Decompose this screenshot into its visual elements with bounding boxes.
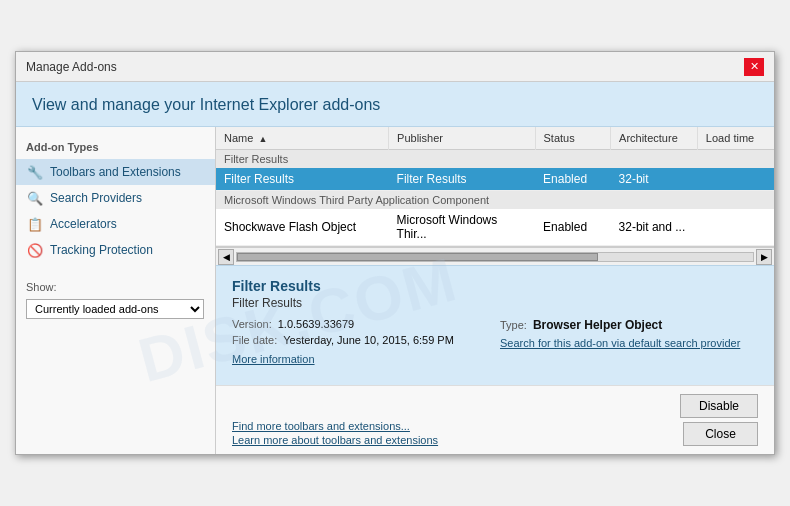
detail-panel: Filter Results Filter Results Version: 1… bbox=[216, 265, 774, 385]
content-area: Name ▲ Publisher Status Ar bbox=[216, 127, 774, 454]
manage-addons-dialog: Manage Add-ons ✕ View and manage your In… bbox=[15, 51, 775, 455]
row-status: Enabled bbox=[535, 209, 611, 246]
file-date-value: Yesterday, June 10, 2015, 6:59 PM bbox=[283, 334, 454, 346]
table-row[interactable]: Shockwave Flash Object Microsoft Windows… bbox=[216, 209, 774, 246]
row-loadtime bbox=[697, 168, 774, 191]
more-info-link[interactable]: More information bbox=[232, 353, 315, 365]
version-value: 1.0.5639.33679 bbox=[278, 318, 354, 330]
detail-grid: Version: 1.0.5639.33679 File date: Yeste… bbox=[232, 318, 758, 366]
disable-button[interactable]: Disable bbox=[680, 394, 758, 418]
sidebar-item-accelerators[interactable]: 📋 Accelerators bbox=[16, 211, 215, 237]
close-window-button[interactable]: ✕ bbox=[744, 58, 764, 76]
sidebar-item-accelerators-label: Accelerators bbox=[50, 217, 117, 231]
group-header-filter: Filter Results bbox=[216, 150, 774, 169]
find-toolbars-link[interactable]: Find more toolbars and extensions... bbox=[232, 420, 438, 432]
col-header-loadtime[interactable]: Load time bbox=[697, 127, 774, 150]
group-header-filter-label: Filter Results bbox=[216, 150, 774, 169]
close-button[interactable]: Close bbox=[683, 422, 758, 446]
file-date-label: File date: bbox=[232, 334, 277, 346]
row-architecture: 32-bit and ... bbox=[611, 209, 698, 246]
show-label: Show: bbox=[16, 273, 215, 296]
dialog-title: Manage Add-ons bbox=[26, 60, 117, 74]
sidebar-item-toolbars-label: Toolbars and Extensions bbox=[50, 165, 181, 179]
banner-text: View and manage your Internet Explorer a… bbox=[32, 96, 380, 113]
tracking-icon: 🚫 bbox=[26, 241, 44, 259]
sidebar-section-label: Add-on Types bbox=[16, 137, 215, 159]
row-loadtime bbox=[697, 209, 774, 246]
col-header-status[interactable]: Status bbox=[535, 127, 611, 150]
table-header-row: Name ▲ Publisher Status Ar bbox=[216, 127, 774, 150]
scrollbar-track[interactable] bbox=[236, 252, 754, 262]
sidebar-item-tracking[interactable]: 🚫 Tracking Protection bbox=[16, 237, 215, 263]
table-row[interactable]: Filter Results Filter Results Enabled 32… bbox=[216, 168, 774, 191]
group-header-ms: Microsoft Windows Third Party Applicatio… bbox=[216, 191, 774, 210]
header-banner: View and manage your Internet Explorer a… bbox=[16, 82, 774, 127]
scroll-right-button[interactable]: ▶ bbox=[756, 249, 772, 265]
row-name: Filter Results bbox=[216, 168, 389, 191]
sidebar-item-tracking-label: Tracking Protection bbox=[50, 243, 153, 257]
group-header-ms-label: Microsoft Windows Third Party Applicatio… bbox=[216, 191, 774, 210]
horizontal-scrollbar[interactable]: ◀ ▶ bbox=[216, 247, 774, 265]
footer-link-group: Find more toolbars and extensions... Lea… bbox=[232, 420, 438, 446]
detail-version-row: Version: 1.0.5639.33679 File date: Yeste… bbox=[232, 318, 490, 366]
detail-subtitle: Filter Results bbox=[232, 296, 758, 310]
show-select[interactable]: Currently loaded add-ons All add-ons Run… bbox=[26, 299, 204, 319]
col-header-architecture[interactable]: Architecture bbox=[611, 127, 698, 150]
row-publisher: Filter Results bbox=[389, 168, 535, 191]
addon-table: Name ▲ Publisher Status Ar bbox=[216, 127, 774, 246]
main-area: Add-on Types 🔧 Toolbars and Extensions 🔍… bbox=[16, 127, 774, 454]
footer: Find more toolbars and extensions... Lea… bbox=[216, 385, 774, 454]
search-providers-icon: 🔍 bbox=[26, 189, 44, 207]
learn-more-link[interactable]: Learn more about toolbars and extensions bbox=[232, 434, 438, 446]
detail-type-col: Type: Browser Helper Object Search for t… bbox=[500, 318, 758, 366]
accelerators-icon: 📋 bbox=[26, 215, 44, 233]
row-architecture: 32-bit bbox=[611, 168, 698, 191]
col-header-publisher[interactable]: Publisher bbox=[389, 127, 535, 150]
title-bar: Manage Add-ons ✕ bbox=[16, 52, 774, 82]
sidebar-item-search[interactable]: 🔍 Search Providers bbox=[16, 185, 215, 211]
row-name: Shockwave Flash Object bbox=[216, 209, 389, 246]
footer-buttons: Disable Close bbox=[680, 394, 758, 446]
sidebar-divider bbox=[16, 263, 215, 273]
search-link[interactable]: Search for this add-on via default searc… bbox=[500, 337, 740, 349]
toolbars-icon: 🔧 bbox=[26, 163, 44, 181]
sidebar-item-toolbars[interactable]: 🔧 Toolbars and Extensions bbox=[16, 159, 215, 185]
scrollbar-thumb bbox=[237, 253, 598, 261]
sidebar: Add-on Types 🔧 Toolbars and Extensions 🔍… bbox=[16, 127, 216, 454]
row-status: Enabled bbox=[535, 168, 611, 191]
sort-arrow-icon: ▲ bbox=[258, 134, 267, 144]
detail-title: Filter Results bbox=[232, 278, 758, 294]
type-value: Browser Helper Object bbox=[533, 318, 662, 332]
version-label: Version: bbox=[232, 318, 272, 330]
scroll-left-button[interactable]: ◀ bbox=[218, 249, 234, 265]
type-label: Type: bbox=[500, 319, 527, 331]
row-publisher: Microsoft Windows Thir... bbox=[389, 209, 535, 246]
table-container[interactable]: Name ▲ Publisher Status Ar bbox=[216, 127, 774, 247]
col-header-name[interactable]: Name ▲ bbox=[216, 127, 389, 150]
sidebar-item-search-label: Search Providers bbox=[50, 191, 142, 205]
